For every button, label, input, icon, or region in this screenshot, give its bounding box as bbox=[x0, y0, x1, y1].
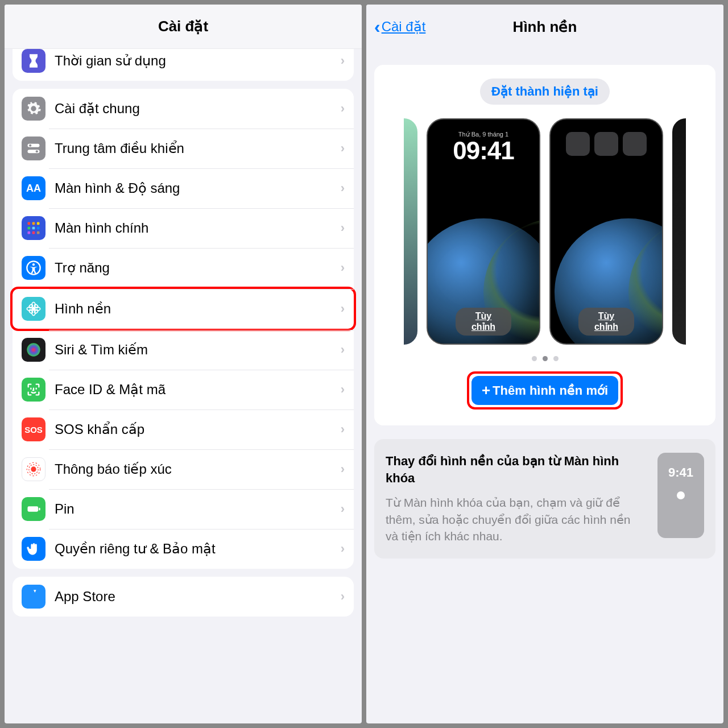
chevron-right-icon: › bbox=[341, 221, 345, 235]
grid-icon bbox=[22, 216, 46, 240]
settings-pane: Cài đặt Thời gian sử dụng › Cài đặt chun… bbox=[5, 5, 362, 723]
svg-point-2 bbox=[29, 144, 31, 147]
row-faceid[interactable]: Face ID & Mật mã› bbox=[13, 370, 354, 410]
lock-screen-preview[interactable]: Thứ Ba, 9 tháng 1 09:41 Tùy chỉnh bbox=[427, 118, 540, 345]
settings-scroll[interactable]: Thời gian sử dụng › Cài đặt chung›Trung … bbox=[5, 49, 362, 723]
svg-point-3 bbox=[36, 150, 38, 152]
wallpaper-header: ‹ Cài đặt Hình nền bbox=[366, 5, 723, 49]
svg-rect-10 bbox=[28, 231, 31, 234]
row-label: Trung tâm điều khiển bbox=[55, 140, 341, 156]
row-flower[interactable]: Hình nền› bbox=[10, 287, 356, 331]
wallpaper-previews: Thứ Ba, 9 tháng 1 09:41 Tùy chỉnh Tùy ch… bbox=[383, 118, 706, 345]
row-label: Màn hình chính bbox=[55, 220, 341, 236]
add-wallpaper-highlight: + Thêm hình nền mới bbox=[467, 371, 623, 410]
dot-icon bbox=[553, 356, 559, 361]
widget-icon bbox=[623, 132, 647, 156]
flower-icon bbox=[22, 297, 46, 321]
sos-icon: SOS bbox=[22, 417, 46, 441]
svg-point-25 bbox=[31, 466, 36, 471]
appstore-icon bbox=[22, 585, 46, 609]
siri-icon bbox=[22, 338, 46, 362]
page-dots bbox=[383, 356, 706, 361]
settings-group-partial: Thời gian sử dụng › bbox=[13, 49, 354, 81]
svg-rect-6 bbox=[37, 222, 40, 225]
info-desc: Từ Màn hình khóa của bạn, chạm và giữ để… bbox=[386, 494, 644, 544]
row-screentime[interactable]: Thời gian sử dụng › bbox=[13, 49, 354, 81]
chevron-left-icon: ‹ bbox=[374, 16, 380, 38]
chevron-right-icon: › bbox=[341, 53, 345, 68]
row-label: Pin bbox=[55, 501, 341, 517]
svg-point-24 bbox=[27, 343, 40, 356]
hand-icon bbox=[22, 537, 46, 561]
row-gear[interactable]: Cài đặt chung› bbox=[13, 89, 354, 129]
row-label: Cài đặt chung bbox=[55, 101, 341, 117]
info-thumb-dot bbox=[677, 491, 685, 499]
row-grid[interactable]: Màn hình chính› bbox=[13, 208, 354, 248]
svg-rect-12 bbox=[37, 231, 40, 234]
preview-edge-right[interactable] bbox=[672, 118, 686, 345]
row-aa[interactable]: AAMàn hình & Độ sáng› bbox=[13, 168, 354, 208]
row-siri[interactable]: Siri & Tìm kiếm› bbox=[13, 330, 354, 370]
dot-icon bbox=[543, 356, 548, 361]
settings-header: Cài đặt bbox=[5, 5, 362, 49]
chevron-right-icon: › bbox=[341, 541, 345, 556]
row-switches[interactable]: Trung tâm điều khiển› bbox=[13, 129, 354, 168]
chevron-right-icon: › bbox=[341, 342, 345, 357]
exposure-icon bbox=[22, 457, 46, 481]
chevron-right-icon: › bbox=[341, 589, 345, 604]
svg-rect-11 bbox=[32, 231, 35, 234]
info-card: Thay đổi hình nền của bạn từ Màn hình kh… bbox=[374, 439, 715, 559]
widget-icon bbox=[566, 132, 590, 156]
wallpaper-pane: ‹ Cài đặt Hình nền Đặt thành hiện tại Th… bbox=[366, 5, 723, 723]
chevron-right-icon: › bbox=[341, 462, 345, 477]
plus-icon: + bbox=[482, 382, 490, 399]
add-wallpaper-button[interactable]: + Thêm hình nền mới bbox=[471, 376, 618, 405]
info-thumbnail: 9:41 bbox=[657, 453, 704, 538]
wallpaper-scroll[interactable]: Đặt thành hiện tại Thứ Ba, 9 tháng 1 09:… bbox=[366, 49, 723, 723]
row-label: SOS khẩn cấp bbox=[55, 421, 341, 437]
row-sos[interactable]: SOSSOS khẩn cấp› bbox=[13, 410, 354, 449]
svg-rect-5 bbox=[32, 222, 35, 225]
row-battery[interactable]: Pin› bbox=[13, 489, 354, 529]
home-screen-preview[interactable]: Tùy chỉnh bbox=[549, 118, 663, 345]
row-label: Siri & Tìm kiếm bbox=[55, 342, 341, 358]
hourglass-icon bbox=[22, 49, 46, 73]
info-thumb-time: 9:41 bbox=[668, 465, 693, 480]
chevron-right-icon: › bbox=[341, 101, 345, 116]
switches-icon bbox=[22, 136, 46, 160]
settings-title: Cài đặt bbox=[158, 18, 208, 35]
svg-rect-9 bbox=[37, 227, 40, 230]
info-title: Thay đổi hình nền của bạn từ Màn hình kh… bbox=[386, 453, 644, 486]
wallpaper-title: Hình nền bbox=[513, 18, 577, 36]
row-label: Quyền riêng tư & Bảo mật bbox=[55, 541, 341, 557]
row-hand[interactable]: Quyền riêng tư & Bảo mật› bbox=[13, 529, 354, 569]
aa-icon: AA bbox=[22, 176, 46, 200]
row-exposure[interactable]: Thông báo tiếp xúc› bbox=[13, 449, 354, 489]
row-label: Face ID & Mật mã bbox=[55, 382, 341, 398]
chevron-right-icon: › bbox=[341, 422, 345, 437]
row-appstore[interactable]: App Store › bbox=[13, 577, 354, 617]
back-button[interactable]: ‹ Cài đặt bbox=[374, 16, 425, 38]
set-current-button[interactable]: Đặt thành hiện tại bbox=[480, 78, 610, 105]
svg-rect-8 bbox=[32, 227, 35, 230]
chevron-right-icon: › bbox=[341, 141, 345, 156]
svg-point-14 bbox=[32, 263, 35, 266]
svg-rect-7 bbox=[28, 227, 31, 230]
customize-home-button[interactable]: Tùy chỉnh bbox=[578, 308, 634, 336]
wallpaper-card: Đặt thành hiện tại Thứ Ba, 9 tháng 1 09:… bbox=[374, 65, 715, 425]
svg-rect-28 bbox=[28, 506, 39, 511]
svg-rect-29 bbox=[39, 508, 40, 511]
settings-group-appstore: App Store › bbox=[13, 577, 354, 617]
accessibility-icon bbox=[22, 256, 46, 280]
row-accessibility[interactable]: Trợ năng› bbox=[13, 248, 354, 288]
customize-lock-button[interactable]: Tùy chỉnh bbox=[456, 308, 511, 336]
svg-rect-4 bbox=[28, 222, 31, 225]
info-text: Thay đổi hình nền của bạn từ Màn hình kh… bbox=[386, 453, 644, 545]
chevron-right-icon: › bbox=[341, 260, 345, 275]
row-label: Thông báo tiếp xúc bbox=[55, 461, 341, 477]
dot-icon bbox=[532, 356, 537, 361]
preview-edge-left[interactable] bbox=[404, 118, 417, 345]
chevron-right-icon: › bbox=[341, 301, 345, 316]
row-label: Màn hình & Độ sáng bbox=[55, 180, 341, 196]
chevron-right-icon: › bbox=[341, 382, 345, 397]
